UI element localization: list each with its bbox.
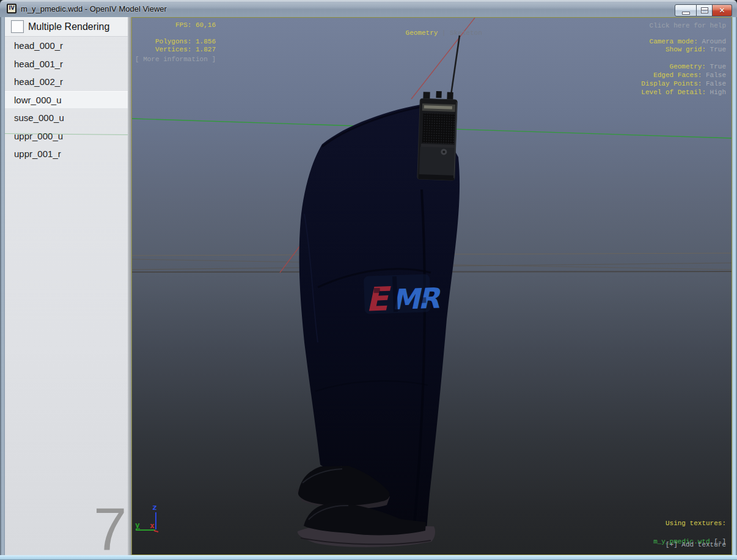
edged-faces-setting[interactable]: Edged Faces: False [653, 72, 726, 79]
close-button[interactable]: ✕ [713, 4, 732, 17]
axis-y-label: y [135, 520, 140, 529]
camera-mode-setting[interactable]: Camera mode: Around [650, 38, 726, 45]
window-border-right [732, 17, 737, 555]
close-icon: ✕ [719, 5, 725, 16]
window-border-bottom [0, 555, 737, 560]
openiv-model-viewer-window: IV m_y_pmedic.wdd - OpenIV Model Viewer … [0, 0, 737, 560]
geometry-setting[interactable]: Geometry: True [670, 63, 726, 70]
model-list-item[interactable]: suse_000_u [5, 109, 131, 127]
render-scene: E MR [132, 18, 732, 554]
axis-x-label: x [150, 521, 155, 530]
add-texture-button[interactable]: [+] Add texture [666, 541, 726, 548]
model-list-item[interactable]: uppr_001_r [5, 145, 131, 163]
model-list-item[interactable]: head_001_r [5, 55, 131, 73]
maximize-icon [701, 7, 708, 13]
tab-geometry[interactable]: Geometry [406, 29, 438, 37]
model-list-item[interactable]: head_002_r [5, 73, 131, 91]
mode-tabs: Geometry | Skeleton [132, 22, 732, 44]
patch-mr-text: MR [391, 282, 442, 317]
help-link[interactable]: Click here for help [650, 22, 726, 29]
model-list-panel: Multiple Rendering head_000_r head_001_r… [5, 17, 131, 555]
model-list-item-selected[interactable]: lowr_000_u [5, 91, 131, 109]
maximize-button[interactable] [697, 4, 713, 17]
display-points-setting[interactable]: Display Points: False [641, 80, 726, 87]
multiple-rendering-row[interactable]: Multiple Rendering [5, 17, 131, 37]
model-list-item[interactable]: head_000_r [5, 37, 131, 55]
multiple-rendering-label: Multiple Rendering [28, 17, 109, 37]
minimize-icon [682, 12, 690, 15]
show-grid-setting[interactable]: Show grid: True [666, 46, 726, 53]
model-list-item[interactable]: uppr_000_u [5, 127, 131, 146]
vertices-counter: Vertices: 1.827 [132, 46, 216, 53]
multiple-rendering-checkbox[interactable] [11, 20, 24, 33]
viewport-3d[interactable]: E MR [131, 17, 732, 555]
window-title: m_y_pmedic.wdd - OpenIV Model Viewer [21, 0, 167, 17]
openiv-app-icon: IV [7, 4, 16, 13]
window-border-left [0, 17, 5, 555]
tab-separator: | [438, 29, 450, 37]
tab-skeleton[interactable]: Skeleton [450, 29, 482, 37]
minimize-button[interactable] [675, 4, 697, 17]
using-textures-header: Using textures: [666, 520, 726, 527]
level-of-detail-setting[interactable]: Level of Detail: High [641, 89, 726, 96]
titlebar[interactable]: IV m_y_pmedic.wdd - OpenIV Model Viewer … [0, 0, 737, 18]
axis-z-label: z [152, 503, 157, 512]
sidebar-watermark-7: 7 [94, 499, 127, 555]
more-information-link[interactable]: [ More information ] [132, 56, 216, 63]
